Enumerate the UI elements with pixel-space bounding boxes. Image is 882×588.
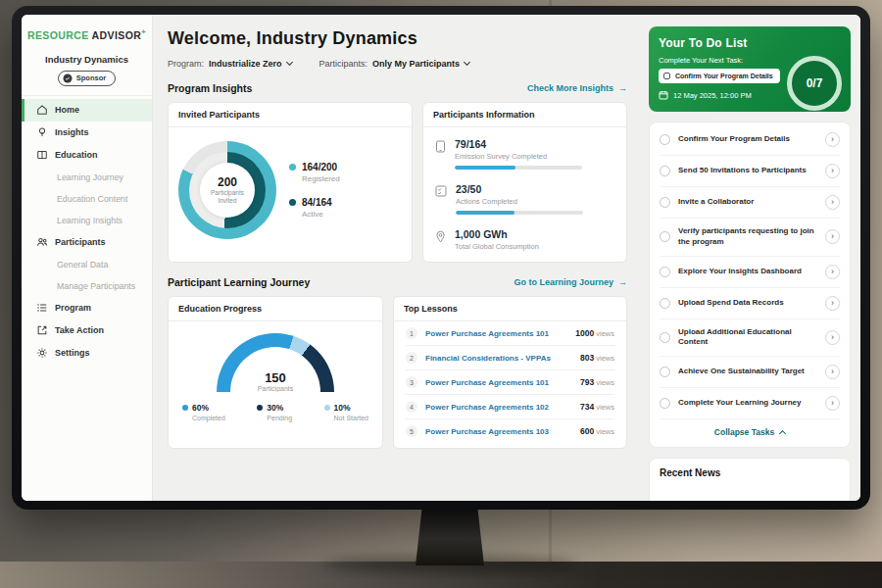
sidebar-item-manage-participants[interactable]: Manage Participants bbox=[22, 275, 152, 297]
bulb-icon bbox=[36, 126, 48, 138]
task-chevron-button[interactable]: › bbox=[825, 296, 840, 311]
legend-label: Pending bbox=[267, 415, 292, 421]
chevron-right-icon: › bbox=[831, 298, 834, 308]
info-value: 79/164 bbox=[455, 138, 582, 150]
participants-select-value: Only My Participants bbox=[372, 59, 460, 69]
task-row[interactable]: Send 50 Invitations to Participants › bbox=[660, 156, 840, 187]
org-name: Industry Dynamics bbox=[22, 54, 152, 65]
info-value: 23/50 bbox=[456, 183, 583, 195]
legend-value: 84/164 bbox=[302, 197, 332, 208]
task-checkbox[interactable] bbox=[660, 332, 670, 343]
task-checkbox[interactable] bbox=[660, 398, 670, 409]
card-title: Top Lessons bbox=[394, 297, 626, 321]
people-icon bbox=[36, 236, 48, 248]
legend-item-not-started: 10% Not Started bbox=[324, 403, 368, 421]
sidebar-item-label: Manage Participants bbox=[57, 281, 135, 291]
task-row[interactable]: Upload Additional Educational Content › bbox=[660, 319, 840, 358]
task-chevron-button[interactable]: › bbox=[825, 195, 840, 210]
sidebar-item-general-data[interactable]: General Data bbox=[22, 254, 152, 275]
card-title: Education Progress bbox=[169, 297, 382, 321]
task-row[interactable]: Invite a Collaborator › bbox=[660, 187, 840, 219]
task-label: Invite a Collaborator bbox=[678, 197, 817, 208]
collapse-tasks-link[interactable]: Collapse Tasks bbox=[660, 419, 840, 443]
lesson-rank: 2 bbox=[406, 352, 417, 364]
monitor-bezel: RESOURCE ADVISOR+ Industry Dynamics Spon… bbox=[12, 6, 870, 510]
task-chevron-button[interactable]: › bbox=[825, 330, 840, 345]
progress-bar-fill bbox=[455, 166, 515, 170]
sidebar-item-learning-insights[interactable]: Learning Insights bbox=[22, 210, 152, 231]
task-row[interactable]: Explore Your Insights Dashboard › bbox=[660, 257, 840, 288]
top-lessons-card: Top Lessons 1 Power Purchase Agreements … bbox=[393, 296, 627, 449]
legend-dot bbox=[257, 405, 263, 411]
sidebar-item-program[interactable]: Program bbox=[22, 297, 152, 319]
go-to-learning-journey-link[interactable]: Go to Learning Journey → bbox=[514, 277, 627, 287]
program-select[interactable]: Industrialize Zero bbox=[209, 59, 292, 69]
participants-information-card: Participants Information 79/164 Emission… bbox=[422, 102, 627, 263]
task-chevron-button[interactable]: › bbox=[825, 164, 840, 178]
sidebar-item-education-content[interactable]: Education Content bbox=[22, 188, 152, 210]
section-title: Participant Learning Journey bbox=[168, 276, 310, 288]
lesson-link[interactable]: Financial Considerations - VPPAs bbox=[425, 354, 572, 363]
sidebar-item-home[interactable]: Home bbox=[22, 99, 152, 122]
checkbox-icon[interactable] bbox=[663, 73, 670, 79]
task-checkbox[interactable] bbox=[660, 298, 670, 309]
chevron-right-icon: › bbox=[831, 166, 834, 175]
next-task-pill[interactable]: Confirm Your Program Details bbox=[659, 69, 780, 83]
task-chevron-button[interactable]: › bbox=[825, 396, 840, 411]
views-unit: views bbox=[596, 403, 614, 412]
task-checkbox[interactable] bbox=[660, 267, 670, 277]
lesson-rank: 1 bbox=[406, 327, 417, 339]
gauge-center: 150 Participants bbox=[217, 370, 334, 392]
task-chevron-button[interactable]: › bbox=[825, 265, 840, 279]
sidebar-divider bbox=[22, 95, 152, 96]
lesson-row: 4 Power Purchase Agreements 102 734views bbox=[406, 395, 614, 419]
task-row[interactable]: Confirm Your Program Details › bbox=[660, 124, 840, 156]
chevron-right-icon: › bbox=[831, 267, 834, 276]
task-checkbox[interactable] bbox=[660, 367, 670, 377]
chevron-down-icon bbox=[285, 59, 292, 66]
donut-center-label-2: Invited bbox=[211, 197, 244, 205]
sidebar-item-learning-journey[interactable]: Learning Journey bbox=[22, 167, 152, 188]
legend-label: Not Started bbox=[334, 415, 368, 421]
task-row[interactable]: Complete Your Learning Journey › bbox=[660, 388, 840, 419]
lesson-link[interactable]: Power Purchase Agreements 101 bbox=[425, 329, 567, 338]
learning-journey-header: Participant Learning Journey Go to Learn… bbox=[168, 276, 627, 288]
participants-select[interactable]: Only My Participants bbox=[372, 59, 469, 69]
sidebar-item-insights[interactable]: Insights bbox=[22, 122, 152, 144]
task-label: Achieve One Sustainability Target bbox=[678, 367, 817, 377]
home-icon bbox=[36, 104, 48, 116]
task-checkbox[interactable] bbox=[660, 197, 670, 208]
app-logo: RESOURCE ADVISOR+ bbox=[22, 27, 152, 41]
lesson-link[interactable]: Power Purchase Agreements 103 bbox=[425, 427, 572, 436]
action-arrow-icon bbox=[36, 324, 48, 336]
checklist-icon bbox=[435, 185, 447, 197]
task-row[interactable]: Upload Spend Data Records › bbox=[660, 288, 840, 319]
task-row[interactable]: Achieve One Sustainability Target › bbox=[660, 357, 840, 388]
sidebar-item-education[interactable]: Education bbox=[22, 144, 152, 167]
task-row[interactable]: Verify participants requesting to join t… bbox=[660, 219, 840, 257]
program-select-value: Industrialize Zero bbox=[209, 59, 282, 69]
task-chevron-button[interactable]: › bbox=[825, 132, 840, 147]
task-chevron-button[interactable]: › bbox=[825, 229, 840, 244]
views-unit: views bbox=[596, 427, 614, 436]
sponsor-badge[interactable]: Sponsor bbox=[58, 71, 116, 86]
lesson-link[interactable]: Power Purchase Agreements 101 bbox=[425, 378, 572, 387]
lesson-link[interactable]: Power Purchase Agreements 102 bbox=[425, 403, 572, 412]
task-checkbox[interactable] bbox=[660, 231, 670, 242]
tasks-list-card: Confirm Your Program Details › Send 50 I… bbox=[649, 122, 851, 448]
book-icon bbox=[36, 149, 48, 161]
lesson-rank: 5 bbox=[406, 425, 417, 437]
logo-secondary: ADVISOR bbox=[92, 29, 142, 41]
task-checkbox[interactable] bbox=[660, 134, 670, 145]
donut-center-label-1: Participants bbox=[211, 189, 244, 197]
card-title: Invited Participants bbox=[169, 103, 412, 127]
progress-bar-fill bbox=[456, 211, 514, 215]
task-chevron-button[interactable]: › bbox=[825, 365, 840, 379]
sidebar-item-take-action[interactable]: Take Action bbox=[22, 319, 152, 342]
views-unit: views bbox=[596, 354, 614, 363]
check-more-insights-link[interactable]: Check More Insights → bbox=[527, 83, 627, 93]
sidebar-item-participants[interactable]: Participants bbox=[22, 231, 152, 254]
task-checkbox[interactable] bbox=[660, 166, 670, 176]
sidebar-item-settings[interactable]: Settings bbox=[22, 342, 152, 365]
chevron-right-icon: › bbox=[831, 398, 834, 408]
